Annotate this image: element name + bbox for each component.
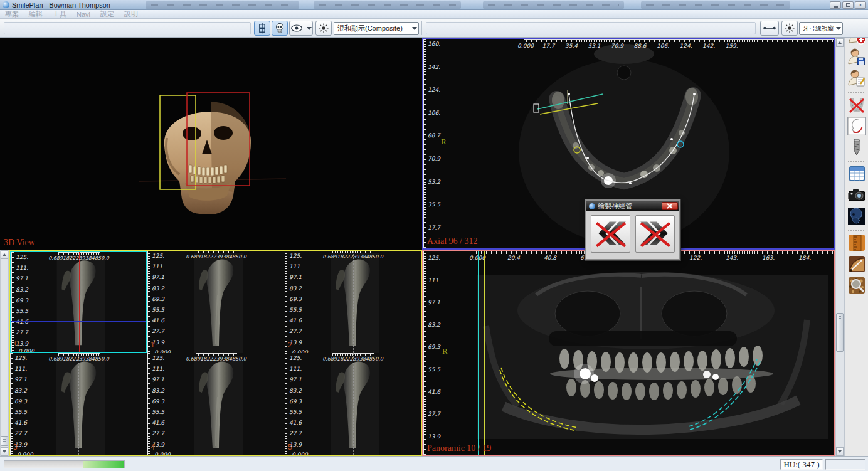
progress-bar — [4, 460, 125, 468]
ruler-label: 70.9 — [428, 156, 440, 162]
scroll-up-button[interactable] — [1, 250, 8, 259]
cross-section-view[interactable]: 125.111.97.183.269.355.541.627.713.9 0.6… — [10, 251, 147, 353]
slice-center-dashed-line — [353, 251, 354, 353]
menu-item-4[interactable]: Navi — [77, 11, 90, 18]
chevron-down-icon — [836, 27, 841, 30]
delete-dental-arch-button[interactable] — [847, 95, 866, 114]
ruler-label: 41.6 — [16, 319, 28, 325]
cross-section-view[interactable]: 125.111.97.183.269.355.541.627.713.9 0.6… — [285, 353, 421, 455]
slice-index-label: 3 — [13, 443, 18, 452]
bone-density-probe-button[interactable] — [847, 276, 866, 295]
scroll-down-button[interactable] — [836, 447, 844, 456]
maximize-button[interactable] — [842, 1, 854, 9]
cross-section-view[interactable]: 125.111.97.183.269.355.541.627.713.9 0.6… — [10, 353, 147, 455]
ruler-label: 27.7 — [289, 430, 302, 437]
ruler-ticks-vertical — [423, 251, 426, 455]
implant-button[interactable] — [847, 138, 866, 157]
ruler-label: 125. — [289, 355, 302, 361]
menu-item-1[interactable]: 專案 — [5, 9, 19, 19]
ruler-label: 17.7 — [428, 225, 440, 231]
measure-line-button[interactable] — [760, 21, 779, 36]
ruler-label: 41.6 — [289, 317, 302, 324]
ruler-label: 88.6 — [633, 43, 646, 49]
ruler-bottom-label: 0.000 — [292, 452, 308, 455]
skull-visibility-button[interactable] — [272, 21, 288, 36]
menu-item-5[interactable]: 設定 — [100, 9, 114, 19]
save-patient-button[interactable] — [847, 48, 866, 66]
cross-section-ruler-top-label: 0.6891822239384850.0 — [322, 254, 383, 260]
orientation-marker-right: R — [442, 346, 448, 356]
arrow-down-icon — [3, 450, 6, 453]
cephalometric-skull-button[interactable] — [847, 207, 866, 226]
implant-table-icon — [847, 164, 866, 183]
ruler-ticks-vertical — [147, 251, 150, 353]
draw-arch-curve-button[interactable] — [847, 117, 866, 135]
ruler-label: 83.2 — [152, 388, 164, 394]
save-patient-icon — [847, 48, 866, 66]
toolbar-separator — [421, 21, 422, 35]
snapshot-camera-button[interactable] — [847, 186, 866, 204]
ruler-label: 159. — [725, 43, 738, 49]
draw-nerve-canal-dialog[interactable]: 繪製神經管 — [585, 199, 680, 260]
cross-section-view[interactable]: 125.111.97.183.269.355.541.627.713.9 0.6… — [147, 251, 285, 353]
ruler-label: 13.9 — [428, 433, 440, 440]
view-3d[interactable]: 3D View — [0, 38, 422, 250]
delete-nerve-point-forward-button[interactable] — [635, 215, 675, 253]
dialog-titlebar[interactable]: 繪製神經管 — [586, 201, 679, 211]
measure-line-icon — [763, 24, 776, 32]
edit-patient-info-button[interactable] — [847, 69, 866, 88]
scroll-up-button[interactable] — [836, 38, 844, 47]
cross-section-ruler-left: 125.111.97.183.269.355.541.627.713.9 — [14, 353, 36, 455]
scrollbar-thumb[interactable] — [1, 436, 8, 446]
brightness-contrast-button-2[interactable] — [781, 21, 798, 36]
menu-item-6[interactable]: 說明 — [124, 9, 138, 19]
ruler-label: 122. — [689, 255, 702, 261]
ruler-ticks-horizontal — [524, 39, 834, 42]
ruler-label: 142. — [428, 64, 440, 70]
cross-section-position-line-cyan[interactable] — [478, 251, 479, 455]
implant-icon — [847, 138, 866, 157]
ruler-label: 125. — [16, 254, 28, 260]
minimize-button[interactable] — [830, 1, 841, 9]
menu-item-3[interactable]: 工具 — [53, 9, 66, 19]
dialog-title: 繪製神經管 — [598, 201, 662, 211]
slice-center-dashed-line — [216, 251, 216, 353]
menu-item-2[interactable]: 編輯 — [29, 9, 43, 19]
close-icon: x — [859, 3, 862, 8]
brightness-contrast-button[interactable] — [315, 21, 332, 36]
measure-angle-button[interactable] — [847, 255, 866, 273]
slice-center-dashed-line — [353, 353, 354, 455]
ruler-ticks-vertical — [11, 252, 14, 352]
implant-table-button[interactable] — [847, 164, 866, 183]
scroll-down-button[interactable] — [1, 447, 8, 456]
status-cell-empty — [825, 459, 865, 470]
cross-sections-scrollbar[interactable] — [0, 250, 9, 457]
maximize-icon — [846, 3, 850, 7]
ruler-label: 184. — [798, 255, 811, 261]
axial-level-line[interactable] — [423, 389, 834, 389]
visibility-dropdown-button[interactable] — [289, 21, 313, 36]
toolbar-groove-left — [4, 22, 251, 34]
dialog-close-button[interactable] — [662, 202, 678, 210]
edit-patient-info-icon — [847, 69, 866, 88]
cross-section-ruler-left: 125.111.97.183.269.355.541.627.713.9 — [289, 251, 310, 353]
right-column-scrollbar[interactable] — [835, 38, 844, 457]
display-mode-select[interactable]: 混和顯示(Composite) — [334, 22, 419, 35]
measure-ruler-button[interactable] — [847, 233, 866, 252]
close-button[interactable]: x — [855, 1, 866, 9]
clip-volume-button[interactable] — [254, 21, 270, 36]
view-panoramic[interactable]: 0.00020.440.861.281.6102.122.143.163.184… — [422, 250, 835, 457]
brightness-contrast-icon — [784, 23, 795, 34]
statusbar: HU:( 347 ) — [0, 457, 868, 471]
axial-level-line — [11, 321, 146, 322]
window-group-select[interactable]: 牙弓線視窗組 — [799, 22, 843, 35]
ruler-ticks-vertical — [285, 251, 287, 353]
ruler-label: 125. — [152, 355, 164, 361]
scrollbar-thumb[interactable] — [836, 313, 844, 352]
cross-section-position-line-yellow[interactable] — [484, 251, 485, 455]
delete-nerve-point-backward-button[interactable] — [591, 215, 630, 253]
axial-view-label: Axial 96 / 312 — [427, 236, 478, 246]
cross-section-view[interactable]: 125.111.97.183.269.355.541.627.713.9 0.6… — [285, 251, 421, 353]
ruler-label: 83.2 — [14, 388, 27, 394]
cross-section-view[interactable]: 125.111.97.183.269.355.541.627.713.9 0.6… — [147, 353, 285, 455]
